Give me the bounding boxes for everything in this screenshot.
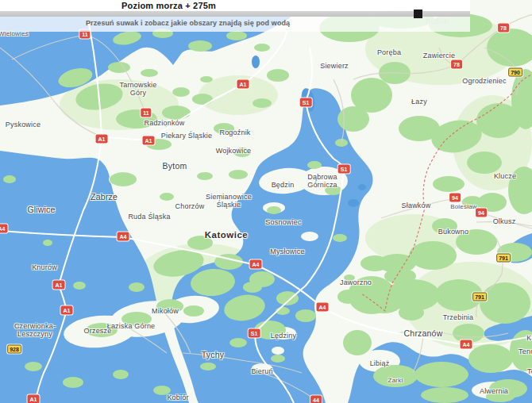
sea-level-slider-handle[interactable] <box>414 10 422 18</box>
map-canvas[interactable] <box>0 0 532 403</box>
slider-instruction-text: Przesuń suwak i zobacz jakie obszary zna… <box>86 19 290 27</box>
panel-subtitle-bar: Przesuń suwak i zobacz jakie obszary zna… <box>0 17 470 32</box>
panel-title-bar: Poziom morza + 275m <box>0 0 470 11</box>
flood-map-app: WielowieśRudnikiPyskowiceTarnowskie Góry… <box>0 0 532 403</box>
sea-level-control-panel: Poziom morza + 275m Przesuń suwak i zoba… <box>0 0 470 32</box>
sea-level-title: Poziom morza + 275m <box>121 0 216 11</box>
sea-level-slider-track[interactable] <box>0 11 470 17</box>
